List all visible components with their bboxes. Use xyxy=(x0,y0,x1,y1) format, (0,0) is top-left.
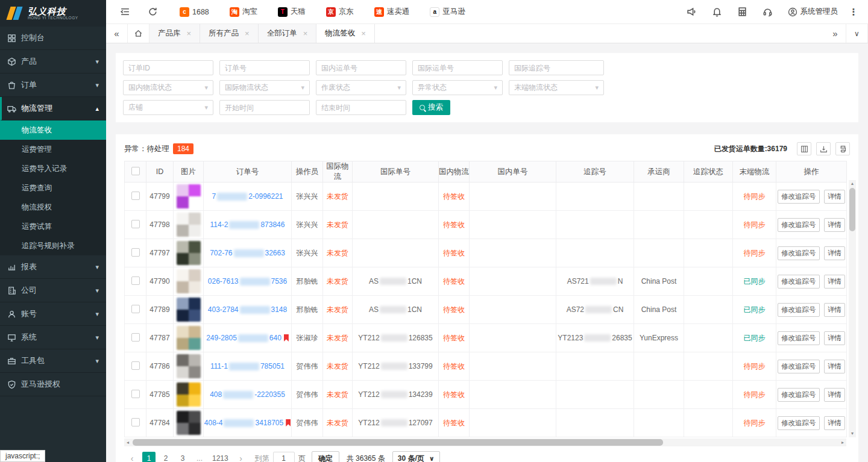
shop-select[interactable]: 店铺 xyxy=(123,100,213,115)
marketplace-link-tmall[interactable]: T天猫 xyxy=(278,7,306,17)
horizontal-scrollbar[interactable] xyxy=(124,439,846,446)
domestic-waybill-input[interactable] xyxy=(316,60,406,75)
product-image[interactable] xyxy=(177,213,201,237)
modify-tracking-button[interactable]: 修改追踪号 xyxy=(778,246,820,260)
page-number-2[interactable]: 2 xyxy=(159,452,172,462)
modify-tracking-button[interactable]: 修改追踪号 xyxy=(778,331,820,345)
modify-tracking-button[interactable]: 修改追踪号 xyxy=(778,190,820,204)
sidebar-item-company[interactable]: 公司 xyxy=(0,279,106,302)
vertical-scroll-thumb[interactable] xyxy=(849,188,855,231)
row-checkbox[interactable] xyxy=(131,361,140,370)
tab-product-library[interactable]: 产品库 xyxy=(149,24,200,43)
row-checkbox[interactable] xyxy=(131,390,140,398)
modify-tracking-button[interactable]: 修改追踪号 xyxy=(778,303,820,317)
order-number-link[interactable]: 72-0996221 xyxy=(212,192,283,201)
per-page-select[interactable]: 30 条/页 xyxy=(392,451,440,462)
modify-tracking-button[interactable]: 修改追踪号 xyxy=(778,218,820,232)
order-number-link[interactable]: 026-76137536 xyxy=(208,277,287,286)
sidebar-item-dashboard[interactable]: 控制台 xyxy=(0,27,106,50)
row-checkbox[interactable] xyxy=(131,418,140,426)
product-image[interactable] xyxy=(177,326,201,350)
detail-button[interactable]: 详情 xyxy=(824,190,845,204)
service-button[interactable] xyxy=(758,0,778,24)
announcement-button[interactable] xyxy=(682,0,702,24)
sidebar-item-logistics[interactable]: 物流管理 xyxy=(0,97,106,120)
row-checkbox[interactable] xyxy=(131,220,140,228)
exception-status-select[interactable]: 异常状态 xyxy=(412,80,503,95)
end-time-input[interactable] xyxy=(316,100,406,115)
select-all-checkbox[interactable] xyxy=(131,167,140,175)
tabs-scroll-right-button[interactable] xyxy=(825,24,846,43)
product-image[interactable] xyxy=(177,269,201,293)
sidebar-item-account[interactable]: 账号 xyxy=(0,302,106,326)
next-page-button[interactable] xyxy=(234,452,248,462)
sidebar-item-amazon-auth[interactable]: 亚马逊授权 xyxy=(0,373,106,396)
tabs-menu-button[interactable] xyxy=(846,24,868,43)
order-number-link[interactable]: 403-27843148 xyxy=(208,305,287,314)
notifications-button[interactable] xyxy=(707,0,728,24)
close-icon[interactable] xyxy=(245,29,250,38)
marketplace-link-aliexpress[interactable]: 速速卖通 xyxy=(374,7,410,17)
jump-page-input[interactable] xyxy=(273,452,295,462)
detail-button[interactable]: 详情 xyxy=(824,303,845,317)
scroll-up-icon[interactable] xyxy=(849,180,856,187)
product-image[interactable] xyxy=(177,411,201,435)
order-number-link[interactable]: 408-43418705 xyxy=(204,419,291,427)
scroll-down-icon[interactable] xyxy=(849,430,856,437)
row-checkbox[interactable] xyxy=(131,248,140,257)
vertical-scrollbar[interactable] xyxy=(849,180,856,437)
calculator-button[interactable] xyxy=(732,0,753,24)
marketplace-link-1688[interactable]: c1688 xyxy=(180,7,209,17)
close-icon[interactable] xyxy=(303,29,308,38)
tabs-scroll-left-button[interactable] xyxy=(106,24,128,43)
intl-tracking-input[interactable] xyxy=(509,60,604,75)
start-time-input[interactable] xyxy=(219,100,310,115)
submenu-item-freight-query[interactable]: 运费查询 xyxy=(0,178,106,198)
order-no-input[interactable] xyxy=(219,60,310,75)
order-number-link[interactable]: 111-1785051 xyxy=(210,362,285,370)
product-image[interactable] xyxy=(177,354,201,378)
void-status-select[interactable]: 作废状态 xyxy=(316,80,406,95)
refresh-button[interactable] xyxy=(142,0,163,24)
product-image[interactable] xyxy=(177,382,201,407)
scroll-left-icon[interactable] xyxy=(124,439,131,446)
detail-button[interactable]: 详情 xyxy=(824,416,845,430)
close-icon[interactable] xyxy=(361,29,366,38)
marketplace-link-taobao[interactable]: 淘淘宝 xyxy=(230,7,257,17)
sidebar-item-product[interactable]: 产品 xyxy=(0,50,106,73)
detail-button[interactable]: 详情 xyxy=(824,246,845,260)
order-id-input[interactable] xyxy=(123,60,213,75)
tab-logistics-sign[interactable]: 物流签收 xyxy=(316,24,375,43)
user-menu[interactable]: 系统管理员 xyxy=(783,7,843,17)
submenu-item-tracking-rule[interactable]: 追踪号规则补录 xyxy=(0,236,106,255)
detail-button[interactable]: 详情 xyxy=(824,360,845,373)
terminal-logistics-status-select[interactable]: 末端物流状态 xyxy=(509,80,604,95)
intl-waybill-input[interactable] xyxy=(412,60,503,75)
page-number-3[interactable]: 3 xyxy=(176,452,189,462)
page-number-last[interactable]: 1213 xyxy=(210,452,231,462)
prev-page-button[interactable] xyxy=(125,452,139,462)
more-menu-button[interactable] xyxy=(848,7,860,17)
close-icon[interactable] xyxy=(187,29,192,38)
print-button[interactable] xyxy=(835,142,850,155)
row-checkbox[interactable] xyxy=(131,333,140,342)
horizontal-scroll-thumb[interactable] xyxy=(133,439,663,446)
tab-all-products[interactable]: 所有产品 xyxy=(200,24,259,43)
scroll-right-icon[interactable] xyxy=(839,439,846,446)
modify-tracking-button[interactable]: 修改追踪号 xyxy=(778,360,820,373)
detail-button[interactable]: 详情 xyxy=(824,331,845,345)
tab-all-orders[interactable]: 全部订单 xyxy=(259,24,317,43)
sidebar-item-toolkit[interactable]: 工具包 xyxy=(0,349,106,373)
product-image[interactable] xyxy=(177,184,201,208)
marketplace-link-jd[interactable]: 京京东 xyxy=(326,7,354,17)
search-button[interactable]: 搜索 xyxy=(412,100,450,115)
submenu-item-sign-receive[interactable]: 物流签收 xyxy=(0,120,106,140)
detail-button[interactable]: 详情 xyxy=(824,275,845,289)
row-checkbox[interactable] xyxy=(131,305,140,313)
submenu-item-freight-import[interactable]: 运费导入记录 xyxy=(0,159,106,178)
detail-button[interactable]: 详情 xyxy=(824,388,845,402)
product-image[interactable] xyxy=(177,298,201,322)
pending-count-badge[interactable]: 184 xyxy=(173,143,193,154)
confirm-jump-button[interactable]: 确定 xyxy=(312,451,339,462)
row-checkbox[interactable] xyxy=(131,192,140,200)
